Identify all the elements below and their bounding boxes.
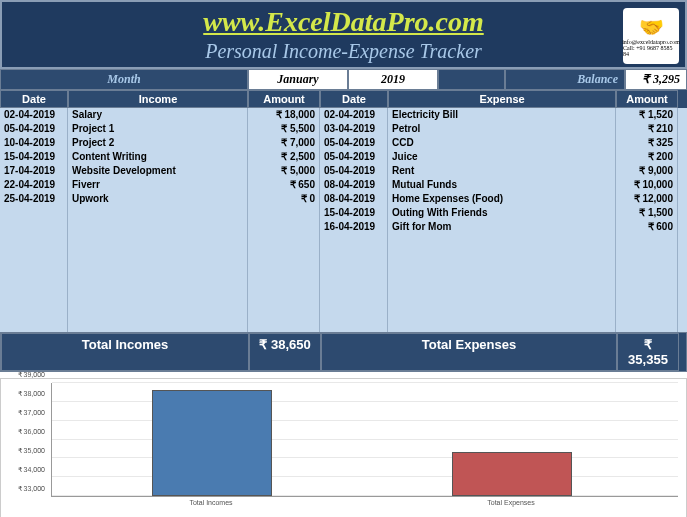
handshake-icon: 🤝 xyxy=(639,15,664,39)
income-date: 15-04-2019 xyxy=(0,150,68,164)
chart-plot xyxy=(51,383,678,497)
expense-amount: ₹ 210 xyxy=(616,122,678,136)
expense-desc: Petrol xyxy=(388,122,616,136)
expense-desc xyxy=(388,248,616,262)
totals-row: Total Incomes ₹ 38,650 Total Expenses ₹ … xyxy=(0,332,687,372)
expense-amount: ₹ 325 xyxy=(616,136,678,150)
spacer xyxy=(438,69,505,90)
expense-date xyxy=(320,262,388,276)
expense-amount: ₹ 12,000 xyxy=(616,192,678,206)
table-row xyxy=(0,290,687,304)
expense-desc: Electricity Bill xyxy=(388,108,616,122)
income-desc: Salary xyxy=(68,108,248,122)
chart-bar xyxy=(452,452,572,496)
income-amount: ₹ 2,500 xyxy=(248,150,320,164)
income-date xyxy=(0,206,68,220)
expense-desc xyxy=(388,276,616,290)
income-date xyxy=(0,276,68,290)
logo: 🤝 info@exceldatapro.com Call: +91 9687 8… xyxy=(623,8,679,64)
expense-date: 05-04-2019 xyxy=(320,164,388,178)
expense-amount: ₹ 200 xyxy=(616,150,678,164)
chart: ₹ 33,000₹ 34,000₹ 35,000₹ 36,000₹ 37,000… xyxy=(0,378,687,517)
expense-desc: CCD xyxy=(388,136,616,150)
expense-desc xyxy=(388,262,616,276)
expense-date xyxy=(320,234,388,248)
expense-desc xyxy=(388,234,616,248)
y-tick: ₹ 39,000 xyxy=(18,371,45,379)
data-rows: 02-04-2019Salary₹ 18,00002-04-2019Electr… xyxy=(0,108,687,332)
expense-date: 08-04-2019 xyxy=(320,178,388,192)
subtitle: Personal Income-Expense Tracker xyxy=(2,38,685,67)
expense-desc xyxy=(388,304,616,318)
table-row: 15-04-2019Content Writing₹ 2,50005-04-20… xyxy=(0,150,687,164)
income-desc xyxy=(68,248,248,262)
total-expense-label: Total Expenses xyxy=(321,333,617,371)
y-tick: ₹ 36,000 xyxy=(18,428,45,436)
income-desc xyxy=(68,220,248,234)
income-amount xyxy=(248,318,320,332)
period-row: Month January 2019 Balance ₹ 3,295 xyxy=(0,69,687,90)
expense-amount: ₹ 10,000 xyxy=(616,178,678,192)
income-desc: Project 2 xyxy=(68,136,248,150)
header: www.ExcelDataPro.com Personal Income-Exp… xyxy=(0,0,687,69)
total-expense-amount: ₹ 35,355 xyxy=(617,333,679,371)
month-name: January xyxy=(248,69,348,90)
income-date xyxy=(0,248,68,262)
expense-date: 08-04-2019 xyxy=(320,192,388,206)
income-date xyxy=(0,220,68,234)
income-desc: Website Development xyxy=(68,164,248,178)
col-amount2-header: Amount xyxy=(616,90,678,108)
site-title: www.ExcelDataPro.com xyxy=(2,2,685,38)
expense-date xyxy=(320,276,388,290)
table-row xyxy=(0,304,687,318)
gridline xyxy=(52,420,678,421)
income-amount: ₹ 5,500 xyxy=(248,122,320,136)
y-axis: ₹ 33,000₹ 34,000₹ 35,000₹ 36,000₹ 37,000… xyxy=(1,383,49,497)
income-date xyxy=(0,318,68,332)
expense-amount xyxy=(616,290,678,304)
total-income-amount: ₹ 38,650 xyxy=(249,333,321,371)
income-desc xyxy=(68,276,248,290)
expense-desc: Mutual Funds xyxy=(388,178,616,192)
income-date xyxy=(0,290,68,304)
gridline xyxy=(52,439,678,440)
income-desc: Project 1 xyxy=(68,122,248,136)
income-desc xyxy=(68,262,248,276)
table-row: 25-04-2019Upwork₹ 008-04-2019Home Expens… xyxy=(0,192,687,206)
expense-amount xyxy=(616,234,678,248)
y-tick: ₹ 33,000 xyxy=(18,485,45,493)
income-amount xyxy=(248,290,320,304)
gridline xyxy=(52,476,678,477)
income-date: 25-04-2019 xyxy=(0,192,68,206)
expense-date xyxy=(320,318,388,332)
x-label: Total Incomes xyxy=(189,499,232,506)
income-amount xyxy=(248,248,320,262)
expense-amount xyxy=(616,248,678,262)
income-amount xyxy=(248,220,320,234)
income-date xyxy=(0,234,68,248)
income-date: 22-04-2019 xyxy=(0,178,68,192)
expense-date: 02-04-2019 xyxy=(320,108,388,122)
expense-date: 16-04-2019 xyxy=(320,220,388,234)
expense-desc: Gift for Mom xyxy=(388,220,616,234)
income-amount: ₹ 0 xyxy=(248,192,320,206)
expense-desc: Home Expenses (Food) xyxy=(388,192,616,206)
x-label: Total Expenses xyxy=(487,499,534,506)
total-income-label: Total Incomes xyxy=(1,333,249,371)
expense-desc xyxy=(388,318,616,332)
gridline xyxy=(52,457,678,458)
expense-desc: Juice xyxy=(388,150,616,164)
balance-label: Balance xyxy=(505,69,625,90)
expense-amount: ₹ 1,520 xyxy=(616,108,678,122)
col-date-header: Date xyxy=(0,90,68,108)
income-amount: ₹ 7,000 xyxy=(248,136,320,150)
year: 2019 xyxy=(348,69,438,90)
expense-amount: ₹ 600 xyxy=(616,220,678,234)
expense-date xyxy=(320,290,388,304)
table-row: 02-04-2019Salary₹ 18,00002-04-2019Electr… xyxy=(0,108,687,122)
income-amount: ₹ 650 xyxy=(248,178,320,192)
y-tick: ₹ 37,000 xyxy=(18,409,45,417)
income-date: 05-04-2019 xyxy=(0,122,68,136)
expense-desc xyxy=(388,290,616,304)
income-desc: Content Writing xyxy=(68,150,248,164)
